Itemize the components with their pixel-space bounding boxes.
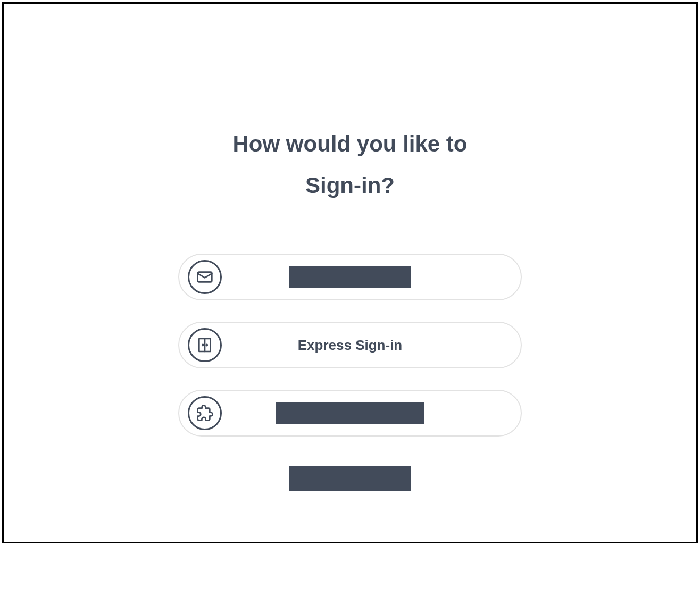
- page-heading: How would you like to Sign-in?: [233, 123, 468, 206]
- signin-option-extension[interactable]: [178, 390, 522, 437]
- option-label-wrap: Express Sign-in: [222, 337, 521, 354]
- door-icon: [188, 328, 222, 362]
- signin-options: Express Sign-in: [178, 254, 522, 437]
- signin-frame: How would you like to Sign-in?: [2, 2, 698, 543]
- heading-line-1: How would you like to: [233, 123, 468, 165]
- heading-line-2: Sign-in?: [233, 165, 468, 206]
- svg-point-3: [202, 345, 203, 346]
- option-label-wrap: [222, 266, 521, 288]
- option-label-wrap: [222, 402, 521, 424]
- redacted-label: [276, 402, 424, 424]
- signin-option-email[interactable]: [178, 254, 522, 300]
- redacted-label: [289, 266, 411, 288]
- footer-link[interactable]: [289, 466, 411, 493]
- envelope-icon: [188, 260, 222, 294]
- signin-option-express[interactable]: Express Sign-in: [178, 322, 522, 368]
- puzzle-icon: [188, 396, 222, 430]
- option-label: Express Sign-in: [298, 337, 403, 354]
- svg-point-4: [206, 345, 207, 346]
- redacted-label: [289, 466, 411, 491]
